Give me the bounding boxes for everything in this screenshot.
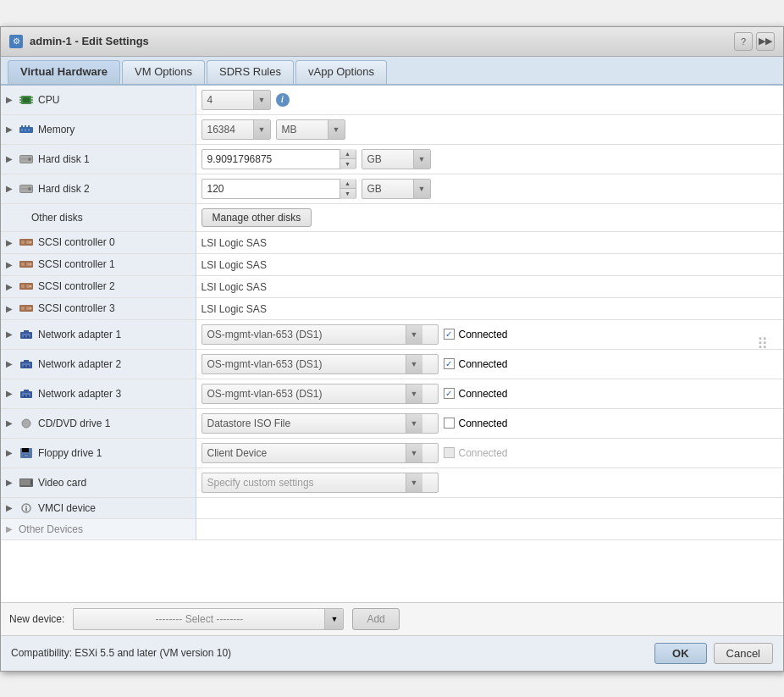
cddvd1-connected-label: Connected	[459, 418, 508, 429]
hd1-spin-down[interactable]: ▼	[340, 159, 356, 169]
table-row: ▶ Network adapter 3	[1, 379, 783, 408]
memory-icon	[19, 124, 34, 136]
hd2-input-wrap[interactable]: ▲ ▼	[202, 179, 356, 199]
net3-connected-checkbox[interactable]: ✓	[444, 388, 455, 399]
hd1-expand[interactable]: ▶	[6, 154, 14, 163]
vmci-expand[interactable]: ▶	[6, 503, 14, 512]
other-devices-expand[interactable]: ▶	[6, 524, 14, 534]
net1-expand[interactable]: ▶	[6, 329, 14, 339]
hd2-spin-up[interactable]: ▲	[340, 179, 356, 189]
videocard-select[interactable]: Specify custom settings ▼	[202, 473, 439, 493]
svg-rect-25	[26, 241, 30, 244]
memory-label-cell: ▶	[1, 114, 196, 144]
tab-sdrs-rules[interactable]: SDRS Rules	[207, 60, 294, 84]
scsi2-value: LSI Logic SAS	[202, 281, 267, 293]
hd2-spin-down[interactable]: ▼	[340, 189, 356, 199]
memory-label: Memory	[38, 124, 75, 136]
svg-point-65	[25, 506, 27, 507]
cpu-value-cell: 4 ▼ i	[196, 86, 783, 115]
scsi3-expand[interactable]: ▶	[6, 304, 14, 313]
hd1-label-cell: ▶ Hard disk 1	[1, 144, 196, 174]
cddvd1-connected-checkbox[interactable]	[444, 418, 455, 429]
scroll-area[interactable]: ▶	[1, 86, 783, 602]
net1-select-arrow[interactable]: ▼	[406, 325, 422, 344]
net2-select-arrow[interactable]: ▼	[406, 355, 422, 373]
hardware-table: ▶	[1, 86, 783, 540]
memory-unit-arrow[interactable]: ▼	[328, 120, 345, 139]
hd1-spin: ▲ ▼	[340, 149, 356, 169]
hd1-input-wrap[interactable]: ▲ ▼	[202, 149, 356, 169]
hd2-unit-select[interactable]: GB ▼	[362, 179, 431, 199]
other-disks-label: Other disks	[31, 212, 83, 224]
cddvd1-select[interactable]: Datastore ISO File ▼	[202, 413, 439, 434]
memory-unit-select[interactable]: MB ▼	[276, 119, 345, 140]
hd2-label: Hard disk 2	[38, 183, 90, 195]
videocard-value-cell: Specify custom settings ▼	[196, 467, 783, 497]
hd2-expand[interactable]: ▶	[6, 184, 14, 193]
table-row: ▶ SCSI controller 0	[1, 231, 783, 253]
new-device-select[interactable]: -------- Select -------- ▼	[73, 608, 344, 630]
svg-point-34	[30, 285, 32, 288]
tab-vapp-options[interactable]: vApp Options	[295, 60, 387, 84]
hd2-icon	[19, 183, 34, 195]
new-device-label: New device:	[9, 613, 64, 625]
resize-handle[interactable]: ⠿	[757, 335, 766, 353]
videocard-select-arrow[interactable]: ▼	[406, 473, 422, 492]
net3-expand[interactable]: ▶	[6, 389, 14, 398]
svg-point-17	[28, 158, 31, 161]
new-device-arrow[interactable]: ▼	[324, 609, 343, 629]
cpu-expand[interactable]: ▶	[6, 95, 14, 104]
svg-rect-46	[24, 360, 29, 362]
videocard-expand[interactable]: ▶	[6, 478, 14, 487]
scsi2-label: SCSI controller 2	[38, 280, 115, 292]
cddvd1-select-arrow[interactable]: ▼	[406, 414, 422, 433]
cpu-select-arrow[interactable]: ▼	[253, 91, 270, 109]
hd2-unit-arrow[interactable]: ▼	[413, 180, 430, 198]
window-icon: ⚙	[9, 35, 23, 48]
help-button[interactable]: ?	[734, 32, 753, 51]
ok-button[interactable]: OK	[654, 643, 707, 664]
hd2-input[interactable]	[202, 181, 340, 196]
memory-expand[interactable]: ▶	[6, 124, 14, 134]
net2-expand[interactable]: ▶	[6, 359, 14, 368]
status-text: Compatibility: ESXi 5.5 and later (VM ve…	[11, 647, 231, 659]
scsi1-expand[interactable]: ▶	[6, 260, 14, 269]
svg-rect-28	[21, 263, 25, 266]
table-row: ▶ SCSI controller 3	[1, 297, 783, 319]
net1-select[interactable]: OS-mgmt-vlan-653 (DS1) ▼	[202, 324, 439, 345]
hd1-unit-select[interactable]: GB ▼	[362, 149, 431, 169]
floppy1-connected-label: Connected	[459, 447, 508, 459]
vmci-label-cell: ▶ VMCI device	[1, 497, 196, 518]
cpu-info-icon[interactable]: i	[276, 93, 290, 107]
hd1-input[interactable]	[202, 152, 340, 167]
svg-rect-24	[21, 241, 25, 244]
net1-connected-checkbox[interactable]: ✓	[444, 329, 455, 340]
net2-select[interactable]: OS-mgmt-vlan-653 (DS1) ▼	[202, 354, 439, 374]
cddvd1-expand[interactable]: ▶	[6, 418, 14, 428]
cpu-select[interactable]: 4 ▼	[202, 90, 271, 110]
net3-select-arrow[interactable]: ▼	[406, 384, 422, 403]
scsi2-expand[interactable]: ▶	[6, 282, 14, 291]
manage-other-disks-button[interactable]: Manage other disks	[202, 208, 312, 227]
memory-select-arrow[interactable]: ▼	[253, 120, 270, 139]
net3-value-cell: OS-mgmt-vlan-653 (DS1) ▼ ✓ Connected	[196, 379, 783, 408]
forward-button[interactable]: ▶▶	[756, 32, 775, 51]
scsi0-icon	[19, 236, 34, 248]
svg-rect-40	[22, 334, 30, 337]
scsi0-expand[interactable]: ▶	[6, 238, 14, 247]
memory-select[interactable]: 16384 ▼	[202, 119, 271, 140]
floppy1-expand[interactable]: ▶	[6, 448, 14, 457]
floppy1-select-arrow[interactable]: ▼	[406, 444, 422, 462]
cancel-button[interactable]: Cancel	[714, 643, 773, 664]
svg-rect-63	[30, 480, 32, 484]
hd1-spin-up[interactable]: ▲	[340, 149, 356, 159]
hd1-unit-arrow[interactable]: ▼	[413, 150, 430, 169]
tab-virtual-hardware[interactable]: Virtual Hardware	[8, 60, 120, 84]
tab-vm-options[interactable]: VM Options	[122, 60, 205, 84]
hd2-label-cell: ▶ Hard disk 2	[1, 174, 196, 203]
net2-connected-checkbox[interactable]: ✓	[444, 358, 455, 369]
net3-select[interactable]: OS-mgmt-vlan-653 (DS1) ▼	[202, 384, 439, 404]
add-button[interactable]: Add	[352, 608, 399, 630]
floppy1-select[interactable]: Client Device ▼	[202, 443, 439, 463]
floppy1-connected-checkbox	[444, 447, 455, 458]
